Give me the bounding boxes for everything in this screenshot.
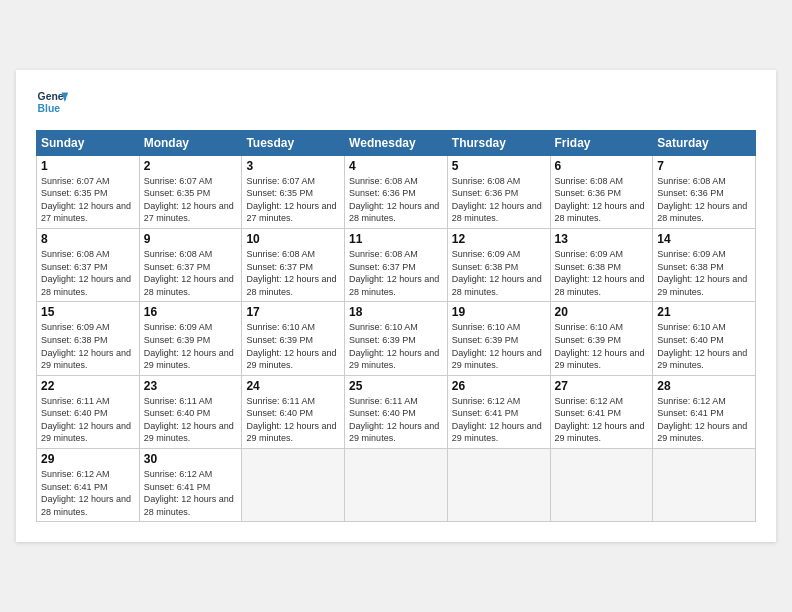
day-info: Sunrise: 6:08 AMSunset: 6:37 PMDaylight:…	[246, 249, 336, 297]
table-row: 11Sunrise: 6:08 AMSunset: 6:37 PMDayligh…	[345, 228, 448, 301]
table-row: 23Sunrise: 6:11 AMSunset: 6:40 PMDayligh…	[139, 375, 242, 448]
day-number: 23	[144, 379, 238, 393]
day-info: Sunrise: 6:11 AMSunset: 6:40 PMDaylight:…	[41, 396, 131, 444]
day-info: Sunrise: 6:08 AMSunset: 6:37 PMDaylight:…	[41, 249, 131, 297]
day-info: Sunrise: 6:12 AMSunset: 6:41 PMDaylight:…	[452, 396, 542, 444]
weekday-header-saturday: Saturday	[653, 130, 756, 155]
table-row: 22Sunrise: 6:11 AMSunset: 6:40 PMDayligh…	[37, 375, 140, 448]
table-row	[447, 449, 550, 522]
day-number: 11	[349, 232, 443, 246]
week-row-4: 22Sunrise: 6:11 AMSunset: 6:40 PMDayligh…	[37, 375, 756, 448]
day-number: 13	[555, 232, 649, 246]
calendar-container: General Blue SundayMondayTuesdayWednesda…	[16, 70, 776, 543]
table-row: 9Sunrise: 6:08 AMSunset: 6:37 PMDaylight…	[139, 228, 242, 301]
table-row	[653, 449, 756, 522]
day-number: 2	[144, 159, 238, 173]
day-info: Sunrise: 6:07 AMSunset: 6:35 PMDaylight:…	[144, 176, 234, 224]
table-row: 13Sunrise: 6:09 AMSunset: 6:38 PMDayligh…	[550, 228, 653, 301]
day-number: 20	[555, 305, 649, 319]
day-number: 18	[349, 305, 443, 319]
table-row: 7Sunrise: 6:08 AMSunset: 6:36 PMDaylight…	[653, 155, 756, 228]
day-number: 21	[657, 305, 751, 319]
day-number: 30	[144, 452, 238, 466]
table-row: 12Sunrise: 6:09 AMSunset: 6:38 PMDayligh…	[447, 228, 550, 301]
day-info: Sunrise: 6:08 AMSunset: 6:36 PMDaylight:…	[555, 176, 645, 224]
weekday-header-wednesday: Wednesday	[345, 130, 448, 155]
table-row: 28Sunrise: 6:12 AMSunset: 6:41 PMDayligh…	[653, 375, 756, 448]
day-number: 29	[41, 452, 135, 466]
day-number: 3	[246, 159, 340, 173]
day-info: Sunrise: 6:11 AMSunset: 6:40 PMDaylight:…	[144, 396, 234, 444]
day-info: Sunrise: 6:08 AMSunset: 6:36 PMDaylight:…	[452, 176, 542, 224]
table-row: 24Sunrise: 6:11 AMSunset: 6:40 PMDayligh…	[242, 375, 345, 448]
day-number: 28	[657, 379, 751, 393]
day-info: Sunrise: 6:12 AMSunset: 6:41 PMDaylight:…	[41, 469, 131, 517]
day-info: Sunrise: 6:08 AMSunset: 6:36 PMDaylight:…	[349, 176, 439, 224]
day-info: Sunrise: 6:10 AMSunset: 6:39 PMDaylight:…	[246, 322, 336, 370]
day-info: Sunrise: 6:11 AMSunset: 6:40 PMDaylight:…	[246, 396, 336, 444]
day-number: 10	[246, 232, 340, 246]
day-number: 4	[349, 159, 443, 173]
day-number: 1	[41, 159, 135, 173]
day-info: Sunrise: 6:09 AMSunset: 6:38 PMDaylight:…	[41, 322, 131, 370]
table-row: 10Sunrise: 6:08 AMSunset: 6:37 PMDayligh…	[242, 228, 345, 301]
day-info: Sunrise: 6:09 AMSunset: 6:38 PMDaylight:…	[657, 249, 747, 297]
day-info: Sunrise: 6:08 AMSunset: 6:37 PMDaylight:…	[349, 249, 439, 297]
day-number: 14	[657, 232, 751, 246]
day-info: Sunrise: 6:11 AMSunset: 6:40 PMDaylight:…	[349, 396, 439, 444]
day-info: Sunrise: 6:10 AMSunset: 6:39 PMDaylight:…	[349, 322, 439, 370]
day-number: 19	[452, 305, 546, 319]
table-row	[242, 449, 345, 522]
table-row: 29Sunrise: 6:12 AMSunset: 6:41 PMDayligh…	[37, 449, 140, 522]
day-number: 7	[657, 159, 751, 173]
day-number: 8	[41, 232, 135, 246]
day-info: Sunrise: 6:07 AMSunset: 6:35 PMDaylight:…	[41, 176, 131, 224]
table-row: 15Sunrise: 6:09 AMSunset: 6:38 PMDayligh…	[37, 302, 140, 375]
svg-text:Blue: Blue	[38, 102, 61, 113]
logo: General Blue	[36, 86, 68, 118]
table-row: 4Sunrise: 6:08 AMSunset: 6:36 PMDaylight…	[345, 155, 448, 228]
day-info: Sunrise: 6:08 AMSunset: 6:37 PMDaylight:…	[144, 249, 234, 297]
weekday-header-sunday: Sunday	[37, 130, 140, 155]
weekday-header-row: SundayMondayTuesdayWednesdayThursdayFrid…	[37, 130, 756, 155]
logo-icon: General Blue	[36, 86, 68, 118]
table-row: 20Sunrise: 6:10 AMSunset: 6:39 PMDayligh…	[550, 302, 653, 375]
table-row: 1Sunrise: 6:07 AMSunset: 6:35 PMDaylight…	[37, 155, 140, 228]
day-number: 26	[452, 379, 546, 393]
day-info: Sunrise: 6:12 AMSunset: 6:41 PMDaylight:…	[144, 469, 234, 517]
header: General Blue	[36, 86, 756, 118]
day-info: Sunrise: 6:12 AMSunset: 6:41 PMDaylight:…	[555, 396, 645, 444]
week-row-5: 29Sunrise: 6:12 AMSunset: 6:41 PMDayligh…	[37, 449, 756, 522]
table-row	[345, 449, 448, 522]
day-number: 12	[452, 232, 546, 246]
table-row	[550, 449, 653, 522]
day-number: 24	[246, 379, 340, 393]
day-number: 9	[144, 232, 238, 246]
day-number: 16	[144, 305, 238, 319]
day-info: Sunrise: 6:09 AMSunset: 6:39 PMDaylight:…	[144, 322, 234, 370]
day-number: 6	[555, 159, 649, 173]
table-row: 3Sunrise: 6:07 AMSunset: 6:35 PMDaylight…	[242, 155, 345, 228]
table-row: 5Sunrise: 6:08 AMSunset: 6:36 PMDaylight…	[447, 155, 550, 228]
table-row: 27Sunrise: 6:12 AMSunset: 6:41 PMDayligh…	[550, 375, 653, 448]
weekday-header-friday: Friday	[550, 130, 653, 155]
table-row: 16Sunrise: 6:09 AMSunset: 6:39 PMDayligh…	[139, 302, 242, 375]
table-row: 8Sunrise: 6:08 AMSunset: 6:37 PMDaylight…	[37, 228, 140, 301]
table-row: 30Sunrise: 6:12 AMSunset: 6:41 PMDayligh…	[139, 449, 242, 522]
table-row: 17Sunrise: 6:10 AMSunset: 6:39 PMDayligh…	[242, 302, 345, 375]
table-row: 6Sunrise: 6:08 AMSunset: 6:36 PMDaylight…	[550, 155, 653, 228]
day-info: Sunrise: 6:07 AMSunset: 6:35 PMDaylight:…	[246, 176, 336, 224]
day-info: Sunrise: 6:09 AMSunset: 6:38 PMDaylight:…	[452, 249, 542, 297]
table-row: 19Sunrise: 6:10 AMSunset: 6:39 PMDayligh…	[447, 302, 550, 375]
table-row: 18Sunrise: 6:10 AMSunset: 6:39 PMDayligh…	[345, 302, 448, 375]
week-row-3: 15Sunrise: 6:09 AMSunset: 6:38 PMDayligh…	[37, 302, 756, 375]
day-info: Sunrise: 6:10 AMSunset: 6:40 PMDaylight:…	[657, 322, 747, 370]
weekday-header-tuesday: Tuesday	[242, 130, 345, 155]
day-number: 5	[452, 159, 546, 173]
weekday-header-monday: Monday	[139, 130, 242, 155]
day-number: 22	[41, 379, 135, 393]
table-row: 26Sunrise: 6:12 AMSunset: 6:41 PMDayligh…	[447, 375, 550, 448]
day-number: 27	[555, 379, 649, 393]
day-number: 17	[246, 305, 340, 319]
week-row-2: 8Sunrise: 6:08 AMSunset: 6:37 PMDaylight…	[37, 228, 756, 301]
